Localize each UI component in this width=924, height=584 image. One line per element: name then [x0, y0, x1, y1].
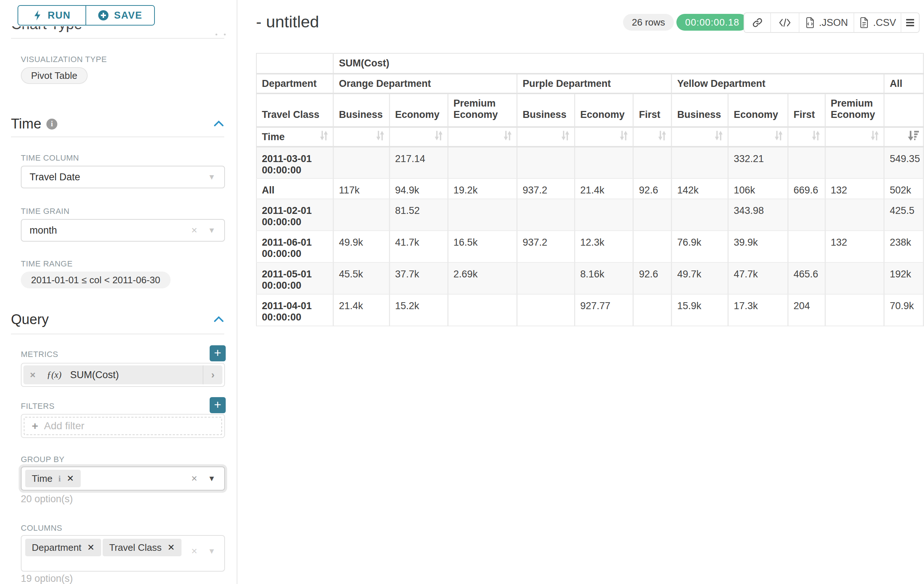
metric-name: SUM(Cost) [70, 369, 119, 381]
export-csv-button[interactable]: .CSV [853, 13, 901, 32]
value-cell: 15.9k [672, 294, 728, 326]
chevron-up-icon[interactable] [213, 118, 225, 130]
sort-updown-icon [434, 130, 444, 141]
add-filter-button[interactable]: + [210, 397, 226, 413]
clear-icon[interactable]: × [191, 545, 197, 557]
time-grain-select[interactable]: month × ▼ [21, 219, 225, 242]
chip-label: Time [32, 473, 53, 484]
value-cell [672, 199, 728, 231]
row-label: All [256, 178, 333, 199]
chip-remove-icon[interactable]: ✕ [66, 474, 74, 484]
value-cell: 92.6 [633, 262, 672, 294]
query-timer-badge: 00:00:00.18 [676, 14, 748, 31]
export-json-button[interactable]: .JSON [799, 13, 854, 32]
value-cell [574, 199, 633, 231]
columns-chip[interactable]: Department ✕ [25, 539, 101, 556]
value-cell: 41.7k [389, 231, 448, 262]
time-range-label: TIME RANGE [21, 259, 73, 269]
remove-metric-icon[interactable]: × [30, 369, 35, 381]
column-sort-header[interactable] [825, 127, 884, 147]
row-label: 2011-05-01 00:00:00 [256, 262, 333, 294]
value-cell: 21.4k [333, 294, 389, 326]
value-cell: 21.4k [574, 178, 633, 199]
value-cell: 81.52 [389, 199, 448, 231]
value-cell: 425.5 [884, 199, 924, 231]
json-label: .JSON [819, 17, 848, 28]
column-sort-header[interactable] [333, 127, 389, 147]
row-label: 2011-04-01 00:00:00 [256, 294, 333, 326]
columns-chip[interactable]: Travel Class ✕ [102, 539, 182, 556]
control-panel: Chart Type RUN SAVE VISUALIZATION TYPE P… [0, 0, 238, 584]
sort-updown-icon [657, 130, 667, 141]
value-cell: 343.98 [728, 199, 788, 231]
json-file-icon [805, 17, 815, 28]
table-row: 2011-05-01 00:00:0045.5k37.7k2.69k8.16k9… [256, 262, 924, 294]
save-button[interactable]: SAVE [86, 6, 154, 25]
travel-class-header: First [633, 94, 672, 127]
copy-link-button[interactable] [744, 13, 770, 32]
column-sort-header[interactable] [672, 127, 728, 147]
value-cell: 76.9k [672, 231, 728, 262]
travel-class-header: Economy [728, 94, 788, 127]
row-label: 2011-02-01 00:00:00 [256, 199, 333, 231]
table-row: 2011-06-01 00:00:0049.9k41.7k16.5k937.21… [256, 231, 924, 262]
column-sort-header[interactable] [633, 127, 672, 147]
value-cell [517, 294, 574, 326]
query-section-title: Query [11, 312, 49, 327]
column-sort-header[interactable] [788, 127, 825, 147]
table-row: All117k94.9k19.2k937.221.4k92.6142k106k6… [256, 178, 924, 199]
group-by-select[interactable]: Time i ✕ × ▼ [21, 466, 225, 490]
column-sort-header[interactable] [884, 127, 924, 147]
time-section-header[interactable]: Time i [11, 116, 57, 132]
time-grain-label: TIME GRAIN [21, 207, 69, 216]
value-cell: 49.9k [333, 231, 389, 262]
row-count-badge: 26 rows [623, 14, 674, 31]
time-column-select[interactable]: Travel Date ▼ [21, 166, 225, 188]
value-cell: 117k [333, 178, 389, 199]
time-range-pill[interactable]: 2011-01-01 ≤ col < 2011-06-30 [21, 271, 170, 288]
hamburger-icon [905, 18, 915, 27]
chip-remove-icon[interactable]: ✕ [87, 542, 95, 553]
column-sort-header[interactable] [728, 127, 788, 147]
more-options-button[interactable] [901, 13, 919, 32]
value-cell: 238k [884, 231, 924, 262]
add-metric-button[interactable]: + [210, 345, 226, 361]
column-sort-header[interactable] [448, 127, 517, 147]
sort-updown-icon [870, 130, 880, 141]
sort-updown-icon [811, 130, 821, 141]
lightning-icon [33, 10, 43, 21]
panel-handle-dot [216, 34, 217, 35]
section-divider [11, 38, 224, 39]
filters-box[interactable]: + Add filter [21, 414, 225, 438]
column-sort-header[interactable] [517, 127, 574, 147]
add-filter-placeholder: Add filter [44, 420, 85, 432]
caret-down-icon: ▼ [208, 173, 216, 181]
metric-pill[interactable]: × ƒ(x) SUM(Cost) › [23, 365, 223, 384]
run-button[interactable]: RUN [18, 6, 86, 25]
sort-updown-icon [774, 130, 784, 141]
sort-updown-icon [503, 130, 513, 141]
column-sort-header[interactable] [389, 127, 448, 147]
chip-remove-icon[interactable]: ✕ [168, 542, 175, 553]
chevron-up-icon[interactable] [213, 313, 225, 326]
row-axis-sort-header[interactable]: Time [256, 127, 333, 147]
chart-title[interactable]: - untitled [256, 12, 319, 31]
department-group-header: Purple Department [517, 74, 671, 94]
value-cell [333, 199, 389, 231]
value-cell: 16.5k [448, 231, 517, 262]
viz-type-pill[interactable]: Pivot Table [21, 67, 87, 84]
travel-class-header [884, 94, 924, 127]
clear-icon[interactable]: × [191, 473, 197, 484]
chevron-right-icon[interactable]: › [203, 365, 223, 384]
columns-select[interactable]: Department ✕ Travel Class ✕ × ▼ [21, 535, 225, 572]
clear-icon[interactable]: × [191, 224, 197, 236]
department-group-header: Yellow Department [672, 74, 884, 94]
panel-sticky-header: RUN SAVE [0, 0, 236, 26]
value-cell: 106k [728, 178, 788, 199]
query-section-header[interactable]: Query [11, 312, 49, 327]
row-label: 2011-06-01 00:00:00 [256, 231, 333, 262]
group-by-chip[interactable]: Time i ✕ [25, 470, 81, 487]
column-sort-header[interactable] [574, 127, 633, 147]
csv-label: .CSV [873, 17, 896, 28]
view-query-button[interactable] [770, 13, 799, 32]
